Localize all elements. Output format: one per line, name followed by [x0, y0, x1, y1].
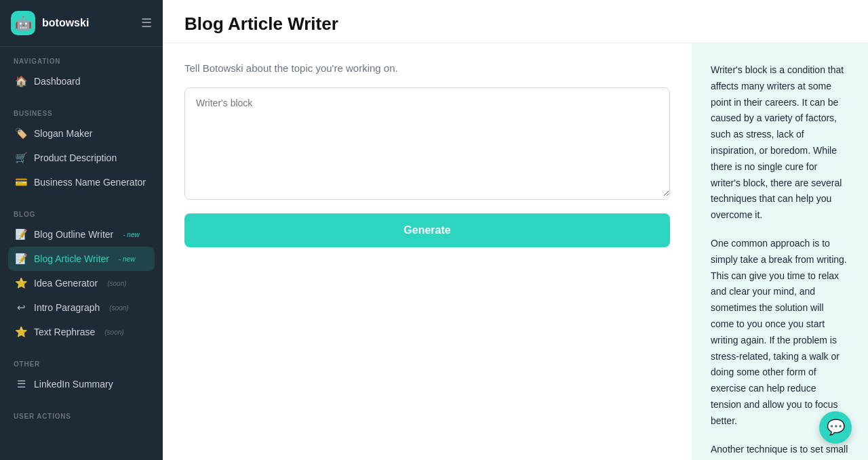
sidebar-item-blog-outline-writer[interactable]: 📝 Blog Outline Writer - new [8, 222, 155, 247]
sidebar-item-intro-paragraph[interactable]: ↩ Intro Paragraph (soon) [8, 295, 155, 320]
sidebar-item-label: Business Name Generator [34, 177, 146, 188]
main-header: Blog Article Writer [163, 0, 868, 43]
home-icon: 🏠 [15, 75, 27, 87]
sidebar-item-label: Blog Article Writer [34, 253, 109, 264]
prompt-textarea[interactable] [185, 88, 669, 196]
badge-new-article: - new [119, 255, 135, 263]
nav-section-business: BUSINESS 🏷️ Slogan Maker 🛒 Product Descr… [0, 99, 163, 200]
return-icon: ↩ [15, 301, 27, 314]
sidebar-item-label: Dashboard [34, 76, 81, 87]
badge-soon: (soon) [107, 280, 126, 287]
linkedin-icon: ☰ [15, 378, 27, 390]
output-paragraph-1: Writer's block is a condition that affec… [711, 62, 849, 224]
sidebar-item-slogan-maker[interactable]: 🏷️ Slogan Maker [8, 121, 155, 146]
blog-label: BLOG [8, 211, 155, 218]
sidebar-item-label: Blog Outline Writer [34, 229, 113, 240]
tag-icon: 🏷️ [15, 127, 27, 140]
nav-section-other: OTHER ☰ LinkedIn Summary [0, 350, 163, 402]
sidebar: 🤖 botowski ☰ NAVIGATION 🏠 Dashboard BUSI… [0, 0, 163, 460]
sidebar-item-linkedin-summary[interactable]: ☰ LinkedIn Summary [8, 372, 155, 396]
business-label: BUSINESS [8, 110, 155, 117]
right-panel: Writer's block is a condition that affec… [692, 43, 868, 460]
navigation-label: NAVIGATION [8, 58, 155, 65]
sidebar-item-product-description[interactable]: 🛒 Product Description [8, 146, 155, 170]
badge-soon-rephrase: (soon) [104, 329, 123, 336]
sidebar-item-label: Intro Paragraph [34, 302, 100, 313]
output-paragraph-2: One common approach is to simply take a … [711, 236, 849, 430]
output-paragraph-3: Another technique is to set small goals … [711, 442, 849, 460]
nav-section-user-actions: USER ACTIONS [0, 402, 163, 430]
sidebar-item-label: LinkedIn Summary [34, 379, 113, 390]
pencil-icon: 📝 [15, 228, 27, 241]
sidebar-item-text-rephrase[interactable]: ⭐ Text Rephrase (soon) [8, 320, 155, 344]
card-icon: 💳 [15, 176, 27, 188]
main-content: Blog Article Writer Tell Botowski about … [163, 0, 868, 460]
other-label: OTHER [8, 360, 155, 368]
nav-section-navigation: NAVIGATION 🏠 Dashboard [0, 47, 163, 99]
nav-section-blog: BLOG 📝 Blog Outline Writer - new 📝 Blog … [0, 200, 163, 350]
chat-bubble[interactable]: 💬 [819, 411, 852, 444]
left-panel: Tell Botowski about the topic you're wor… [163, 43, 692, 460]
badge-new: - new [123, 231, 139, 238]
sidebar-item-business-name-generator[interactable]: 💳 Business Name Generator [8, 170, 155, 194]
article-icon: 📝 [15, 253, 27, 265]
page-title: Blog Article Writer [184, 14, 846, 35]
sidebar-item-dashboard[interactable]: 🏠 Dashboard [8, 69, 155, 93]
sidebar-item-blog-article-writer[interactable]: 📝 Blog Article Writer - new [8, 247, 155, 271]
logo-area: 🤖 botowski [11, 11, 89, 35]
sidebar-item-label: Text Rephrase [34, 327, 95, 337]
logo-icon: 🤖 [11, 11, 35, 35]
rephrase-icon: ⭐ [15, 326, 27, 338]
sidebar-item-label: Product Description [34, 152, 117, 163]
sidebar-item-label: Idea Generator [34, 278, 98, 289]
badge-soon-intro: (soon) [109, 304, 128, 312]
subtitle: Tell Botowski about the topic you're wor… [184, 62, 670, 74]
generate-button[interactable]: Generate [184, 213, 670, 247]
sidebar-item-label: Slogan Maker [34, 128, 92, 139]
main-body: Tell Botowski about the topic you're wor… [163, 43, 868, 460]
output-text: Writer's block is a condition that affec… [711, 62, 849, 460]
logo-text: botowski [42, 17, 89, 29]
sidebar-header: 🤖 botowski ☰ [0, 0, 163, 47]
textarea-wrapper [184, 87, 670, 200]
user-actions-label: USER ACTIONS [8, 413, 155, 420]
hamburger-icon[interactable]: ☰ [141, 16, 152, 30]
star-icon: ⭐ [15, 277, 27, 289]
shopping-icon: 🛒 [15, 152, 27, 164]
sidebar-item-idea-generator[interactable]: ⭐ Idea Generator (soon) [8, 271, 155, 295]
